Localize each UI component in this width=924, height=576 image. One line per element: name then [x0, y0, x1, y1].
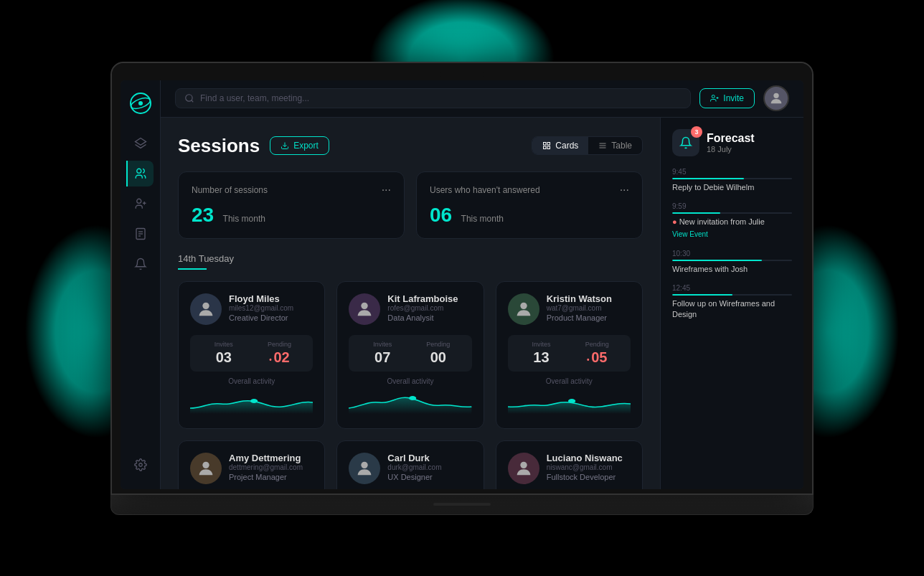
timeline-bar-fill — [672, 212, 720, 214]
forecast-date: 18 July — [707, 145, 755, 154]
table-label: Table — [611, 141, 632, 151]
forecast-header: 3 Forecast 18 July — [672, 129, 792, 156]
user-card-top: Carl Durk durk@gmail.com UX Designer — [349, 453, 471, 484]
timeline-link[interactable]: View Event — [672, 230, 708, 238]
activity-label: Overall activity — [349, 377, 471, 385]
sparkline — [508, 388, 631, 414]
pending-value: 00 — [410, 349, 466, 366]
invite-label: Invite — [723, 93, 744, 103]
svg-point-18 — [773, 93, 778, 98]
sidebar-item-bell[interactable] — [128, 251, 154, 277]
timeline-bar — [672, 294, 792, 296]
pending-label: Pending — [252, 341, 308, 348]
user-stat-invites: Invites 03 — [196, 341, 252, 366]
svg-point-30 — [409, 396, 416, 400]
laptop-base — [110, 495, 814, 515]
stat-period-1: This month — [461, 214, 504, 224]
page-header: Sessions Export — [178, 135, 643, 157]
stats-row: Number of sessions ··· 23 This month — [178, 171, 643, 239]
right-panel: 3 Forecast 18 July 9:45 — [660, 118, 803, 489]
search-bar[interactable]: Find a user, team, meeting... — [175, 88, 691, 108]
export-button[interactable]: Export — [270, 136, 329, 155]
user-stat-invites: Invites 13 — [514, 341, 570, 366]
user-card-top: Luciano Niswanc niswanc@gmail.com Fullst… — [508, 453, 631, 484]
pending-value: • 02 — [252, 349, 308, 366]
invite-button[interactable]: Invite — [699, 88, 755, 108]
stat-dots-0[interactable]: ··· — [382, 184, 391, 197]
timeline-text: Reply to Debie Wilhelm — [672, 182, 792, 192]
user-stat-invites: Invites 07 — [354, 341, 410, 366]
svg-point-13 — [186, 95, 192, 101]
avatar-svg — [514, 299, 534, 319]
user-info: Kristin Watson wat7@gmail.com Product Ma… — [547, 293, 631, 322]
content-area: Sessions Export — [161, 118, 660, 489]
svg-marker-3 — [135, 138, 146, 145]
view-toggle: Cards Table — [532, 136, 643, 155]
user-info: Luciano Niswanc niswanc@gmail.com Fullst… — [547, 453, 631, 481]
invites-value: 07 — [354, 349, 410, 366]
user-card: Amy Dettmering dettmering@gmail.com Proj… — [178, 440, 325, 489]
svg-point-12 — [138, 463, 142, 466]
view-cards-button[interactable]: Cards — [532, 137, 588, 154]
sidebar-item-users[interactable] — [126, 161, 154, 187]
user-info: Floyd Miles miles12@gmail.com Creative D… — [229, 293, 313, 322]
activity-label: Overall activity — [508, 377, 631, 385]
user-avatar — [508, 293, 539, 325]
user-stats: Invites 13 Pending • 05 — [508, 335, 631, 372]
user-email: rofes@gmail.com — [387, 304, 471, 312]
user-avatar — [349, 293, 380, 325]
timeline-item: 9:45 Reply to Debie Wilhelm — [672, 168, 792, 192]
user-card-top: Kit Laframboise rofes@gmail.com Data Ana… — [349, 293, 471, 325]
forecast-title: Forecast — [707, 132, 755, 145]
timeline-bar-fill — [672, 178, 744, 179]
table-icon — [598, 141, 607, 150]
sidebar-item-user-add[interactable] — [128, 191, 154, 217]
avatar-svg — [354, 299, 374, 319]
stat-label-1: Users who haven't answered — [430, 185, 540, 195]
user-stats: Invites 03 Pending • 02 — [190, 335, 313, 372]
timeline-item: 10:30 Wireframes with Josh — [672, 250, 792, 274]
avatar-svg — [196, 458, 216, 478]
user-stats: Invites 07 Pending 00 — [349, 335, 471, 372]
search-placeholder: Find a user, team, meeting... — [200, 93, 309, 103]
pending-label: Pending — [569, 341, 625, 348]
timeline-text: ●New invitation from Julie — [672, 217, 792, 227]
view-table-button[interactable]: Table — [588, 137, 642, 154]
user-avatar — [349, 453, 380, 484]
sidebar-item-settings[interactable] — [128, 452, 154, 478]
svg-point-5 — [136, 199, 141, 203]
invites-value: 13 — [514, 349, 570, 366]
invites-label: Invites — [196, 341, 252, 348]
svg-point-27 — [202, 302, 209, 308]
timeline-item: 12:45 Follow up on Wireframes and Design — [672, 284, 792, 319]
svg-rect-23 — [544, 146, 547, 149]
export-icon — [280, 141, 289, 150]
stat-card-1: Users who haven't answered ··· 06 This m… — [416, 171, 643, 239]
svg-point-35 — [520, 461, 527, 468]
cards-icon — [542, 141, 551, 150]
timeline-time: 9:59 — [672, 202, 792, 210]
event-dot: ● — [672, 217, 677, 226]
topbar: Find a user, team, meeting... Invite — [161, 80, 803, 118]
user-email: dettmering@gmail.com — [229, 463, 313, 471]
sparkline — [190, 388, 313, 414]
user-card-top: Amy Dettmering dettmering@gmail.com Proj… — [190, 453, 313, 484]
user-name: Kristin Watson — [547, 293, 631, 304]
avatar-svg — [196, 299, 216, 319]
svg-point-28 — [250, 399, 258, 403]
date-label: 14th Tuesday — [178, 253, 643, 264]
pending-label: Pending — [410, 341, 466, 348]
user-avatar — [190, 453, 222, 484]
user-avatar — [190, 293, 222, 325]
search-icon — [184, 93, 194, 103]
timeline-bar — [672, 212, 792, 214]
svg-point-29 — [362, 302, 368, 308]
sidebar-item-layers[interactable] — [128, 131, 154, 156]
user-info: Kit Laframboise rofes@gmail.com Data Ana… — [387, 293, 471, 322]
stat-dots-1[interactable]: ··· — [620, 184, 629, 197]
sidebar-item-file[interactable] — [128, 221, 154, 247]
user-avatar[interactable] — [763, 85, 789, 111]
user-name: Carl Durk — [387, 453, 471, 463]
svg-point-15 — [712, 95, 715, 98]
user-stat-pending: Pending 00 — [410, 341, 466, 366]
